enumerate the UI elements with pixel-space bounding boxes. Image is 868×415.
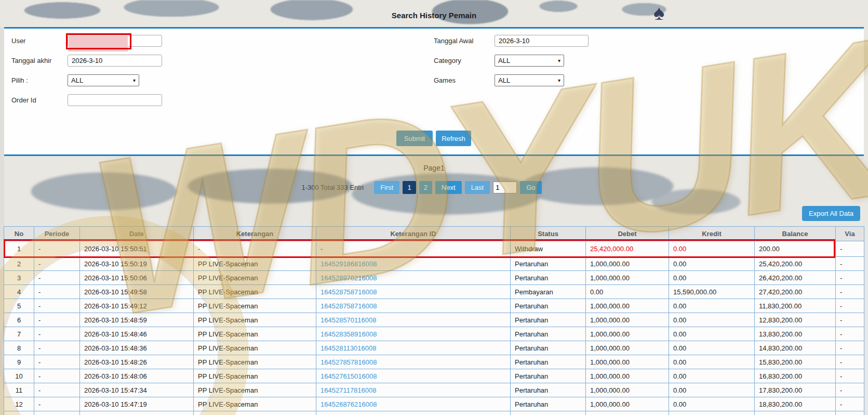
cell-keterangan-id[interactable]: 164528758716008 xyxy=(316,285,511,299)
entries-count: 1-300 Total 333 Entri xyxy=(301,184,364,191)
order-id-input[interactable] xyxy=(68,94,162,106)
refresh-button[interactable]: Refresh xyxy=(436,131,471,146)
cell-date: 2026-03-10 15:47:34 xyxy=(80,383,194,397)
cell-status: Withdraw xyxy=(511,241,586,257)
cell-date: 2026-03-10 15:48:26 xyxy=(80,355,194,369)
pagination-next-button[interactable]: Next xyxy=(435,181,462,194)
cell-via: - xyxy=(836,241,864,257)
redaction-highlight-border xyxy=(66,33,131,49)
tanggal-awal-input[interactable] xyxy=(495,35,589,47)
cell-kredit xyxy=(669,411,755,415)
col-via: Via xyxy=(836,227,864,241)
cell-no: 11 xyxy=(4,383,34,397)
cell-balance: 16,830,200.00 xyxy=(755,369,836,383)
table-row: 8-2026-03-10 15:48:36PP LIVE-Spaceman164… xyxy=(4,341,864,355)
cell-kredit: 0.00 xyxy=(669,383,755,397)
col-status: Status xyxy=(511,227,586,241)
cell-via: - xyxy=(836,285,864,299)
cell-no: 3 xyxy=(4,271,34,285)
cell-keterangan-id[interactable]: 164528113016008 xyxy=(316,341,511,355)
cell-keterangan-id[interactable]: 164528758716008 xyxy=(316,299,511,313)
table-row: 12-2026-03-10 15:47:19PP LIVE-Spaceman16… xyxy=(4,397,864,411)
pilih-select-value: ALL xyxy=(71,76,83,84)
submit-button[interactable]: Submit xyxy=(396,131,433,146)
cell-debet: 25,420,000.00 xyxy=(586,241,669,257)
cell-periode: - xyxy=(34,313,80,327)
cell-keterangan-id[interactable]: 164529186816008 xyxy=(316,257,511,271)
cell-keterangan-id[interactable]: 164526876216008 xyxy=(316,397,511,411)
cell-no xyxy=(4,411,34,415)
cell-status: Pertaruhan xyxy=(511,397,586,411)
cell-via xyxy=(836,411,864,415)
cell-periode: - xyxy=(34,369,80,383)
cell-debet: 1,000,000.00 xyxy=(586,369,669,383)
col-kredit: Kredit xyxy=(669,227,755,241)
goto-page-input[interactable] xyxy=(493,181,517,193)
pagination-page-1[interactable]: 1 xyxy=(403,181,416,194)
cell-no: 10 xyxy=(4,369,34,383)
cell-status: Pertaruhan xyxy=(511,341,586,355)
cell-status: Pertaruhan xyxy=(511,383,586,397)
cell-date: 2026-03-10 15:48:06 xyxy=(80,369,194,383)
table-body: 1-2026-03-10 15:50:51--Withdraw25,420,00… xyxy=(4,241,864,415)
category-select[interactable]: ALL ▾ xyxy=(495,55,564,67)
cell-date: 2026-03-10 15:50:51 xyxy=(80,241,194,257)
cell-balance: 27,420,200.00 xyxy=(755,285,836,299)
pagination-page-2[interactable]: 2 xyxy=(419,181,432,194)
category-select-value: ALL xyxy=(498,57,510,64)
cell-status: Pertaruhan xyxy=(511,271,586,285)
cell-keterangan-id: - xyxy=(316,241,511,257)
cell-keterangan-id[interactable]: 164528570116008 xyxy=(316,313,511,327)
cell-debet: 1,000,000.00 xyxy=(586,271,669,285)
cell-via: - xyxy=(836,341,864,355)
cell-date: 2026-03-10 15:47:19 xyxy=(80,397,194,411)
cell-via: - xyxy=(836,299,864,313)
cell-date: 2026-03-10 15:48:36 xyxy=(80,341,194,355)
cell-balance: 14,830,200.00 xyxy=(755,341,836,355)
cell-periode: - xyxy=(34,355,80,369)
cell-kredit: 0.00 xyxy=(669,369,755,383)
cell-date: 2026-03-10 15:50:06 xyxy=(80,271,194,285)
cell-no: 7 xyxy=(4,327,34,341)
cell-periode xyxy=(34,411,80,415)
cell-keterangan-id[interactable]: 164528358916008 xyxy=(316,327,511,341)
cell-kredit: 0.00 xyxy=(669,313,755,327)
cell-balance: 11,830,200.00 xyxy=(755,299,836,313)
cell-keterangan: PP LIVE-Spaceman xyxy=(194,327,316,341)
cell-date: 2026-03-10 15:50:19 xyxy=(80,257,194,271)
table-row: 6-2026-03-10 15:48:59PP LIVE-Spaceman164… xyxy=(4,313,864,327)
search-form-panel: User Tanggal akhir Pilih : ALL ▾ Order I… xyxy=(4,27,864,156)
cell-date: 2026-03-10 15:48:46 xyxy=(80,327,194,341)
cell-via: - xyxy=(836,257,864,271)
cell-keterangan-id[interactable]: 164527857816008 xyxy=(316,355,511,369)
cell-keterangan: PP LIVE-Spaceman xyxy=(194,285,316,299)
table-header-row: No Periode Date Keterangan Keterangan ID… xyxy=(4,227,864,241)
pilih-select[interactable]: ALL ▾ xyxy=(68,74,139,86)
go-button[interactable]: Go xyxy=(520,181,541,194)
pagination-last-button[interactable]: Last xyxy=(465,181,490,194)
cell-date xyxy=(80,411,194,415)
export-all-data-button[interactable]: Export All Data xyxy=(802,206,860,221)
cell-keterangan-id[interactable]: 164527615016008 xyxy=(316,369,511,383)
cell-kredit: 0.00 xyxy=(669,327,755,341)
games-select[interactable]: ALL ▾ xyxy=(495,74,564,86)
tanggal-akhir-input[interactable] xyxy=(68,55,162,67)
cell-periode: - xyxy=(34,241,80,257)
cell-status: Pertaruhan xyxy=(511,257,586,271)
cell-no: 8 xyxy=(4,341,34,355)
chevron-down-icon: ▾ xyxy=(558,77,560,83)
cell-periode: - xyxy=(34,299,80,313)
table-row: 9-2026-03-10 15:48:26PP LIVE-Spaceman164… xyxy=(4,355,864,369)
cell-no: 5 xyxy=(4,299,34,313)
pagination-first-button[interactable]: First xyxy=(374,181,399,194)
cell-via: - xyxy=(836,271,864,285)
cell-debet: 1,000,000.00 xyxy=(586,355,669,369)
cell-balance: 17,830,200.00 xyxy=(755,383,836,397)
tanggal-akhir-label: Tanggal akhir xyxy=(11,55,51,67)
cell-kredit: 15,590,000.00 xyxy=(669,285,755,299)
cell-kredit: 0.00 xyxy=(669,271,755,285)
cell-keterangan-id[interactable]: 164527117816008 xyxy=(316,383,511,397)
cell-keterangan-id[interactable]: 164528970216008 xyxy=(316,271,511,285)
cell-balance: 26,420,200.00 xyxy=(755,271,836,285)
cell-keterangan: PP LIVE-Spaceman xyxy=(194,397,316,411)
